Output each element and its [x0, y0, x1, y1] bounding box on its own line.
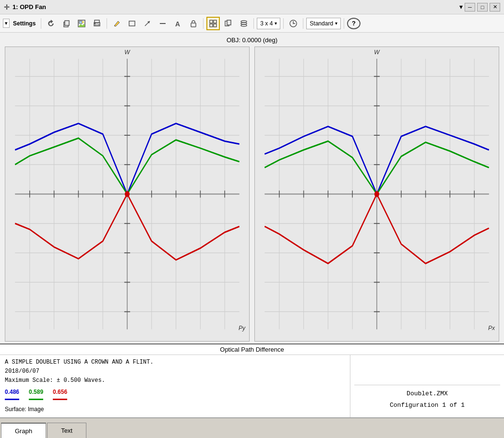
settings-group: ▾ Settings	[3, 17, 38, 30]
svg-rect-15	[191, 23, 196, 27]
grid-button[interactable]	[206, 17, 220, 30]
rectangle-button[interactable]	[125, 17, 139, 30]
separator-1	[41, 18, 41, 29]
copy-icon	[62, 20, 70, 27]
info-right: Doublet.ZMX Configuration 1 of 1	[350, 355, 504, 417]
text-tool-icon: A	[174, 20, 182, 27]
arrow-button[interactable]	[141, 17, 154, 30]
line-button[interactable]	[156, 17, 169, 30]
save-image-icon	[78, 20, 85, 27]
toolbar: ▾ Settings	[0, 14, 504, 33]
info-right-bottom: Doublet.ZMX Configuration 1 of 1	[354, 385, 500, 414]
lock-button[interactable]	[187, 17, 200, 30]
copy-button[interactable]	[60, 17, 73, 30]
title-controls: ▾ ─ □ ✕	[459, 3, 500, 12]
color-bar-red	[53, 399, 67, 400]
graph-tab-label: Graph	[15, 427, 32, 435]
svg-point-65	[125, 191, 130, 197]
color-bars	[5, 399, 345, 400]
arrow-icon	[144, 20, 151, 27]
charts-row: W Py	[5, 47, 499, 342]
filename-label: Doublet.ZMX	[357, 388, 497, 399]
svg-text:A: A	[175, 20, 180, 27]
svg-rect-19	[214, 24, 216, 27]
separator-3	[203, 18, 204, 29]
svg-point-5	[82, 21, 84, 23]
svg-rect-9	[94, 23, 96, 24]
wavelength-green: 0.589	[29, 388, 43, 397]
layers-icon	[240, 20, 248, 27]
separator-6	[303, 18, 303, 29]
svg-point-102	[374, 191, 379, 197]
window-title: 1: OPD Fan	[12, 3, 46, 11]
main-content: OBJ: 0.0000 (deg) W Py	[0, 33, 504, 418]
line-icon	[159, 20, 167, 27]
refresh-icon	[47, 20, 55, 27]
info-body: A SIMPLE DOUBLET USING A CROWN AND A FLI…	[0, 355, 504, 417]
wavelength-row: 0.486 0.589 0.656	[5, 388, 345, 397]
text-tab[interactable]: Text	[47, 423, 86, 438]
print-button[interactable]	[90, 17, 104, 30]
lock-icon	[190, 20, 197, 27]
bottom-tabs: Graph Text	[0, 418, 504, 438]
svg-rect-8	[95, 24, 99, 25]
svg-rect-10	[129, 21, 135, 26]
left-chart: W Py	[5, 47, 250, 342]
close-button[interactable]: ✕	[490, 3, 500, 12]
save-image-button[interactable]	[75, 17, 88, 30]
graph-tab[interactable]: Graph	[1, 423, 46, 438]
info-left: A SIMPLE DOUBLET USING A CROWN AND A FLI…	[0, 355, 350, 417]
settings-chevron-icon[interactable]: ▾	[3, 19, 10, 28]
clock-button[interactable]	[287, 17, 300, 30]
wavelength-red: 0.656	[53, 388, 67, 397]
description-line1: A SIMPLE DOUBLET USING A CROWN AND A FLI…	[5, 358, 345, 367]
svg-rect-16	[210, 20, 213, 23]
description-line2: 2018/06/07	[5, 367, 345, 376]
separator-2	[107, 18, 107, 29]
refresh-button[interactable]	[44, 17, 58, 30]
settings-button[interactable]: Settings	[11, 17, 38, 30]
svg-rect-1	[65, 21, 69, 25]
minimize-button[interactable]: ─	[465, 3, 475, 12]
chart-area: OBJ: 0.0000 (deg) W Py	[0, 33, 504, 343]
grid-icon	[209, 20, 217, 27]
text-tab-label: Text	[61, 427, 72, 434]
color-bar-green	[29, 399, 43, 400]
chart-title: OBJ: 0.0000 (deg)	[227, 36, 277, 44]
separator-4	[253, 18, 254, 29]
info-panel: Optical Path Difference A SIMPLE DOUBLET…	[0, 343, 504, 418]
title-dropdown-icon[interactable]: ▾	[459, 3, 463, 12]
restore-button[interactable]: □	[477, 3, 488, 12]
info-panel-header: Optical Path Difference	[0, 344, 504, 355]
separator-7	[344, 18, 344, 29]
separator-5	[283, 18, 284, 29]
surface-label: Surface: Image	[5, 405, 345, 414]
left-chart-svg	[5, 47, 249, 341]
svg-rect-18	[210, 24, 213, 27]
title-left: ✛ 1: OPD Fan	[4, 3, 46, 11]
right-chart: W Px	[254, 47, 499, 342]
svg-rect-3	[79, 21, 82, 24]
svg-marker-4	[78, 24, 85, 27]
wavelength-blue: 0.486	[5, 388, 19, 397]
help-icon: ?	[352, 20, 356, 27]
right-chart-svg	[255, 47, 499, 341]
print-icon	[93, 20, 101, 27]
svg-rect-21	[227, 20, 231, 25]
svg-point-24	[241, 24, 247, 26]
title-cross-icon: ✛	[4, 3, 10, 11]
config-label: Configuration 1 of 1	[357, 400, 497, 411]
layout-chevron-icon: ▾	[275, 21, 277, 26]
color-bar-blue	[5, 399, 19, 400]
clock-icon	[289, 19, 298, 28]
standard-chevron-icon: ▾	[335, 21, 337, 26]
layers-button[interactable]	[237, 17, 251, 30]
layout-dropdown[interactable]: 3 x 4 ▾	[257, 18, 280, 29]
title-bar: ✛ 1: OPD Fan ▾ ─ □ ✕	[0, 0, 504, 14]
help-button[interactable]: ?	[347, 18, 360, 29]
description-line3: Maximum Scale: ± 0.500 Waves.	[5, 376, 345, 385]
pencil-button[interactable]	[110, 17, 123, 30]
copy2-button[interactable]	[222, 17, 235, 30]
text-tool-button[interactable]: A	[171, 17, 185, 30]
standard-dropdown[interactable]: Standard ▾	[306, 18, 341, 29]
